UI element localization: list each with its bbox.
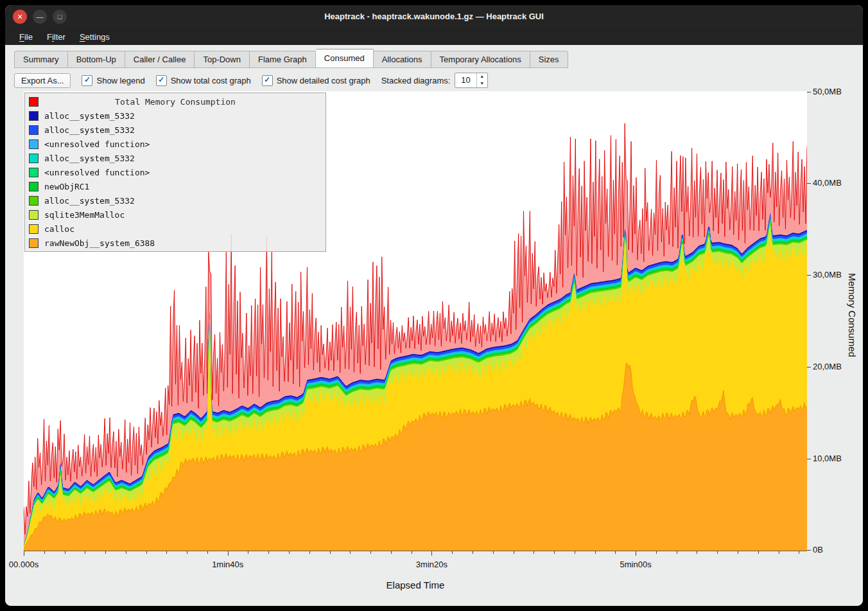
legend-item-3: alloc__system_5332	[25, 151, 326, 165]
x-tick-mark	[412, 551, 412, 554]
x-tick-mark	[105, 551, 106, 554]
legend-swatch	[29, 182, 39, 191]
x-tick-mark	[350, 551, 351, 554]
x-tick-label: 5min00s	[620, 560, 652, 569]
x-tick-mark	[85, 551, 85, 554]
x-tick-mark	[289, 551, 290, 554]
x-tick-mark	[575, 551, 575, 554]
checkbox-label: Show detailed cost graph	[277, 76, 370, 85]
tab-sizes[interactable]: Sizes	[530, 51, 568, 68]
tab-temporary-allocations[interactable]: Temporary Allocations	[431, 51, 530, 68]
toolbar: Export As... ✓Show legend✓Show total cos…	[14, 71, 858, 90]
maximize-icon: □	[58, 13, 62, 21]
checkbox-box-show-legend[interactable]: ✓	[82, 75, 92, 86]
y-tick-label: 0B	[813, 545, 823, 554]
tab-top-down[interactable]: Top-Down	[195, 51, 250, 68]
spin-up-icon[interactable]: ▲	[477, 73, 487, 80]
x-tick-mark	[24, 551, 24, 556]
x-tick-mark	[779, 551, 779, 554]
y-tick-mark	[807, 92, 811, 93]
y-tick-label: 50,0MB	[813, 87, 842, 96]
tab-caller-callee[interactable]: Caller / Callee	[125, 51, 195, 68]
legend-label: alloc__system_5332	[44, 196, 135, 206]
x-tick-mark	[228, 551, 229, 556]
tab-summary[interactable]: Summary	[14, 51, 68, 68]
legend-swatch	[29, 210, 39, 220]
tab-consumed[interactable]: Consumed	[316, 49, 374, 68]
legend-item-0: alloc__system_5332	[25, 109, 326, 123]
tab-bottom-up[interactable]: Bottom-Up	[68, 51, 125, 68]
chart-legend: Total Memory Consumptionalloc__system_53…	[24, 93, 326, 252]
menu-file[interactable]: File	[13, 30, 39, 44]
legend-label: rawNewObj__system_6388	[44, 238, 155, 248]
checkbox-box-show-detailed-cost-graph[interactable]: ✓	[262, 75, 273, 86]
legend-label: <unresolved function>	[44, 168, 150, 177]
x-tick-mark	[493, 551, 494, 554]
legend-item-7: sqlite3MemMalloc	[25, 208, 326, 222]
legend-label: sqlite3MemMalloc	[44, 210, 125, 220]
menubar: FileFilterSettings	[5, 28, 863, 45]
x-tick-mark	[677, 551, 677, 554]
x-tick-mark	[146, 551, 147, 554]
y-tick-mark	[807, 183, 811, 184]
legend-item-4: <unresolved function>	[25, 165, 326, 179]
titlebar: ✕—□ Heaptrack - heaptrack.wakunode.1.gz …	[5, 5, 863, 28]
checkbox-show-detailed-cost-graph[interactable]: ✓Show detailed cost graph	[262, 75, 370, 86]
legend-label: <unresolved function>	[44, 139, 150, 149]
stacked-diagrams-spinbox[interactable]: 10 ▲ ▼	[455, 73, 487, 88]
x-tick-mark	[248, 551, 248, 554]
legend-swatch	[29, 196, 39, 206]
checkbox-show-legend[interactable]: ✓Show legend	[82, 75, 144, 86]
legend-title-row: Total Memory Consumption	[25, 94, 326, 109]
tab-bar: SummaryBottom-UpCaller / CalleeTop-DownF…	[14, 50, 860, 68]
x-tick-mark	[370, 551, 371, 554]
export-as-button[interactable]: Export As...	[14, 73, 71, 88]
x-tick-mark	[656, 551, 657, 554]
menu-filter[interactable]: Filter	[40, 30, 72, 44]
checkbox-show-total-cost-graph[interactable]: ✓Show total cost graph	[156, 75, 251, 86]
legend-item-2: <unresolved function>	[25, 137, 326, 151]
x-tick-mark	[697, 551, 697, 554]
x-tick-mark	[65, 551, 65, 554]
x-tick-mark	[330, 551, 331, 554]
x-tick-mark	[717, 551, 718, 554]
y-tick-label: 30,0MB	[813, 270, 842, 279]
x-tick-mark	[268, 551, 269, 554]
x-tick-mark	[615, 551, 616, 554]
y-tick-label: 20,0MB	[813, 362, 842, 371]
x-tick-mark	[166, 551, 167, 554]
stacked-diagrams-value: 10	[455, 73, 476, 87]
minimize-button[interactable]: —	[33, 10, 47, 24]
menu-settings[interactable]: Settings	[73, 30, 116, 44]
maximize-button[interactable]: □	[53, 10, 67, 24]
tab-flame-graph[interactable]: Flame Graph	[250, 51, 316, 68]
x-tick-mark	[126, 551, 126, 554]
y-tick-mark	[807, 367, 811, 367]
x-tick-mark	[207, 551, 208, 554]
legend-swatch	[29, 224, 39, 234]
legend-label: alloc__system_5332	[44, 154, 135, 163]
x-tick-label: 3min20s	[416, 560, 447, 569]
close-button[interactable]: ✕	[13, 10, 27, 24]
legend-swatch	[29, 111, 39, 121]
stacked-diagrams-control: Stacked diagrams: 10 ▲ ▼	[381, 73, 488, 88]
x-tick-mark	[799, 551, 799, 554]
heaptrack-window: ✕—□ Heaptrack - heaptrack.wakunode.1.gz …	[5, 5, 863, 606]
legend-label: calloc	[44, 224, 74, 234]
x-tick-mark	[758, 551, 759, 554]
checkbox-box-show-total-cost-graph[interactable]: ✓	[156, 75, 167, 86]
x-tick-mark	[595, 551, 596, 554]
window-controls: ✕—□	[13, 10, 67, 24]
legend-item-5: newObjRC1	[25, 179, 326, 193]
y-axis-title: Memory Consumed	[847, 273, 858, 357]
tab-allocations[interactable]: Allocations	[374, 51, 431, 68]
y-tick-mark	[807, 459, 811, 459]
x-tick-mark	[309, 551, 310, 554]
toolbar-checkboxes: ✓Show legend✓Show total cost graph✓Show …	[82, 75, 370, 86]
x-tick-mark	[473, 551, 473, 554]
spin-down-icon[interactable]: ▼	[477, 80, 487, 87]
y-tick-label: 10,0MB	[813, 454, 842, 463]
y-tick-mark	[807, 275, 811, 276]
y-tick-label: 40,0MB	[813, 178, 842, 188]
legend-item-8: calloc	[25, 222, 326, 236]
